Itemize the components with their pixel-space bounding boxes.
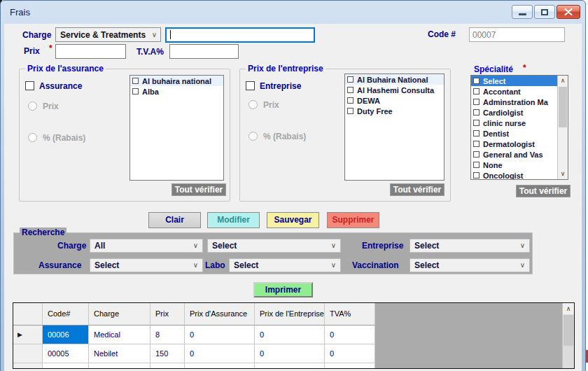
- tva-input[interactable]: [169, 44, 239, 59]
- imprimer-button[interactable]: Imprimer: [253, 282, 313, 298]
- list-item[interactable]: Select: [471, 76, 568, 86]
- table-cell[interactable]: [89, 363, 150, 369]
- grid-scrollbar[interactable]: ∧: [562, 303, 574, 368]
- list-item[interactable]: Dermatologist: [471, 139, 568, 149]
- entreprise-prix-radio[interactable]: [248, 100, 258, 109]
- grid-header-cell[interactable]: Charge: [89, 303, 150, 326]
- checkbox-icon[interactable]: [473, 120, 479, 126]
- sauvegar-button[interactable]: Sauvegar: [267, 212, 319, 228]
- table-row[interactable]: 00005 Nebilet 150 0 0 0: [13, 344, 574, 363]
- checkbox-icon[interactable]: [473, 99, 479, 105]
- table-cell[interactable]: 0: [325, 344, 375, 363]
- list-item[interactable]: Cardiolgist: [471, 107, 568, 118]
- scrollbar-thumb[interactable]: [559, 87, 567, 127]
- grid-header-cell[interactable]: TVA%: [325, 303, 375, 326]
- assurance-prix-radio[interactable]: [28, 102, 37, 111]
- assurance-checkedlist[interactable]: Al buhaira national Alba: [130, 75, 224, 181]
- list-item[interactable]: Al Hashemi Consulta: [345, 85, 444, 95]
- table-row-new[interactable]: [13, 363, 574, 369]
- table-cell[interactable]: [150, 363, 185, 369]
- entreprise-rabais-radio[interactable]: [248, 132, 258, 141]
- checkbox-icon[interactable]: [473, 151, 479, 158]
- table-cell[interactable]: [325, 363, 375, 369]
- checkbox-icon[interactable]: [473, 88, 479, 94]
- modifier-button[interactable]: Modifier: [207, 212, 260, 228]
- list-item[interactable]: DEWA: [345, 95, 444, 106]
- specialite-tout-verifier-button[interactable]: Tout vérifier: [516, 185, 570, 197]
- scrollbar-thumb[interactable]: [564, 315, 573, 346]
- table-row[interactable]: ▶ 00006 Medical 8 0 0 0: [13, 326, 574, 344]
- table-cell[interactable]: 0: [255, 344, 325, 363]
- list-item[interactable]: Al Buhaira National: [345, 74, 444, 85]
- assurance-rabais-radio[interactable]: [28, 133, 37, 142]
- table-cell[interactable]: [185, 363, 255, 369]
- row-selector-cell[interactable]: [13, 344, 43, 363]
- maximize-button[interactable]: [534, 5, 555, 19]
- list-item[interactable]: Adminstration Ma: [471, 97, 568, 107]
- scroll-up-icon[interactable]: ∧: [558, 76, 568, 86]
- scroll-down-icon[interactable]: ∨: [558, 169, 568, 179]
- recherche-charge2-combobox[interactable]: Select ∨: [207, 239, 341, 253]
- recherche-charge-combobox[interactable]: All ∨: [90, 239, 203, 253]
- table-cell[interactable]: 150: [150, 344, 185, 363]
- grid-header-cell[interactable]: Prix: [150, 303, 185, 326]
- checkbox-icon[interactable]: [473, 172, 479, 178]
- list-item[interactable]: None: [471, 160, 568, 170]
- checkbox-icon[interactable]: [347, 108, 354, 114]
- checkbox-icon[interactable]: [132, 78, 139, 84]
- table-cell[interactable]: 0: [255, 326, 325, 344]
- table-cell[interactable]: 00006: [43, 326, 89, 344]
- list-item[interactable]: Oncologist: [471, 170, 568, 180]
- table-cell[interactable]: 00005: [43, 344, 89, 363]
- recherche-entreprise-combobox[interactable]: Select ∨: [410, 239, 530, 253]
- prix-input[interactable]: [55, 44, 126, 59]
- recherche-assurance-combobox[interactable]: Select ∨: [90, 258, 203, 272]
- checkbox-icon[interactable]: [473, 130, 479, 136]
- grid-header-cell[interactable]: Prix de l'Entreprise: [255, 303, 325, 326]
- checkbox-icon[interactable]: [347, 97, 354, 104]
- code-input[interactable]: [469, 27, 565, 42]
- checkbox-icon[interactable]: [132, 88, 139, 94]
- assurance-checkbox[interactable]: [25, 81, 34, 90]
- entreprise-checkbox[interactable]: [246, 81, 255, 90]
- title-bar[interactable]: Frais: [1, 1, 585, 24]
- list-item[interactable]: Accontant: [471, 86, 568, 97]
- specialite-checkedlist[interactable]: Select Accontant Adminstration Ma Cardio…: [470, 75, 568, 180]
- checkbox-icon[interactable]: [473, 162, 479, 168]
- grid-header-cell[interactable]: Prix d'Assurance: [185, 303, 255, 326]
- table-cell[interactable]: Nebilet: [89, 344, 150, 363]
- list-item[interactable]: Al buhaira national: [130, 76, 223, 86]
- table-cell[interactable]: 0: [185, 344, 255, 363]
- list-item[interactable]: Dentist: [471, 128, 568, 139]
- specialite-scrollbar[interactable]: ∧ ∨: [557, 76, 568, 179]
- frais-datagrid[interactable]: Code# Charge Prix Prix d'Assurance Prix …: [13, 302, 575, 369]
- table-cell[interactable]: [43, 363, 89, 369]
- checkbox-icon[interactable]: [473, 78, 479, 84]
- table-cell[interactable]: 0: [185, 326, 255, 344]
- checkbox-icon[interactable]: [473, 141, 479, 147]
- recherche-labo-combobox[interactable]: Select ∨: [229, 258, 341, 272]
- row-selector-cell[interactable]: ▶: [13, 326, 43, 344]
- row-selector-cell[interactable]: [13, 363, 43, 369]
- list-item[interactable]: clinic nurse: [471, 118, 568, 128]
- entreprise-tout-verifier-button[interactable]: Tout vérifier: [390, 183, 444, 196]
- checkbox-icon[interactable]: [473, 109, 479, 115]
- recherche-vaccination-combobox[interactable]: Select ∨: [410, 258, 530, 272]
- entreprise-checkedlist[interactable]: Al Buhaira National Al Hashemi Consulta …: [344, 74, 444, 181]
- minimize-button[interactable]: [512, 5, 533, 19]
- table-cell[interactable]: Medical: [89, 326, 150, 344]
- checkbox-icon[interactable]: [347, 76, 354, 83]
- list-item[interactable]: Duty Free: [345, 106, 444, 116]
- supprimer-button[interactable]: Supprimer: [327, 212, 379, 228]
- list-item[interactable]: Alba: [130, 86, 223, 97]
- table-cell[interactable]: 0: [325, 326, 375, 344]
- grid-header-cell[interactable]: Code#: [43, 303, 89, 326]
- table-cell[interactable]: 8: [150, 326, 185, 344]
- list-item[interactable]: General and Vas: [471, 149, 568, 160]
- scroll-up-icon[interactable]: ∧: [563, 303, 574, 314]
- checkbox-icon[interactable]: [347, 87, 354, 93]
- close-button[interactable]: [556, 5, 580, 19]
- charge-name-input[interactable]: [165, 27, 315, 43]
- charge-type-combobox[interactable]: Service & Treatments ∨: [55, 27, 161, 42]
- table-cell[interactable]: [255, 363, 325, 369]
